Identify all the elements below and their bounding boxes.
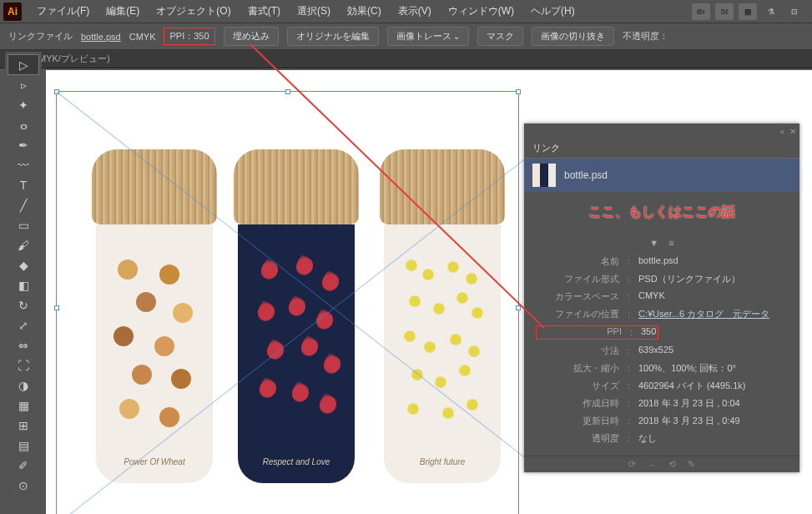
info-location-value[interactable]: C:¥User...6 カタログ 元データ <box>638 308 788 320</box>
menu-file[interactable]: ファイル(F) <box>28 1 98 22</box>
info-modified-value: 2018 年 3 月 23 日 , 0:49 <box>638 415 788 427</box>
bottle-1-label: Power Of Wheat <box>96 457 213 466</box>
links-panel: « ✕ リンク bottle.psd ここ、もしくはここの話 ▼≡ 名前：bot… <box>524 123 799 472</box>
info-location-label: ファイルの位置 <box>536 308 619 320</box>
menu-icon: ≡ <box>668 238 673 248</box>
placed-image-bottle-1: Power Of Wheat <box>92 149 217 483</box>
collapse-icon[interactable]: « <box>779 127 784 136</box>
linked-file-label: リンクファイル <box>8 30 73 43</box>
placed-image-bottle-3: Bright future <box>380 149 505 483</box>
eyedropper-tool[interactable]: ✐ <box>8 456 38 475</box>
rectangle-tool[interactable]: ▭ <box>8 215 38 234</box>
info-size-label: サイズ <box>536 380 619 392</box>
info-ppi-label: PPI <box>538 326 622 339</box>
blend-tool[interactable]: ⊙ <box>8 476 38 495</box>
goto-link-icon[interactable]: → <box>648 460 657 470</box>
magic-wand-tool[interactable]: ✦ <box>8 95 38 114</box>
curvature-tool[interactable]: 〰 <box>8 155 38 174</box>
menu-help[interactable]: ヘルプ(H) <box>522 1 583 22</box>
line-tool[interactable]: ╱ <box>8 195 38 214</box>
info-scale-value: 100%、100%; 回転：0° <box>638 362 788 375</box>
menu-type[interactable]: 書式(T) <box>240 1 289 22</box>
free-transform-tool[interactable]: ⛶ <box>8 355 38 375</box>
document-tab[interactable]: MYK/プレビュー) <box>38 53 110 65</box>
info-name-label: 名前 <box>536 255 619 268</box>
info-modified-label: 更新日時 <box>536 415 619 427</box>
info-format-label: ファイル形式 <box>536 273 619 285</box>
panel-footer: ⟳ → ⟲ ✎ <box>524 456 799 472</box>
menu-window[interactable]: ウィンドウ(W) <box>440 1 522 22</box>
type-tool[interactable]: T <box>8 175 38 194</box>
info-transparency-label: 透明度 <box>536 432 619 445</box>
bottle-2-label: Respect and Love <box>238 457 355 466</box>
menubar-right: Br St ▦ ⚗ ⊡ <box>692 3 812 20</box>
info-name-value: bottle.psd <box>638 255 788 268</box>
lasso-tool[interactable]: ⴰ <box>8 115 38 134</box>
menu-object[interactable]: オブジェクト(O) <box>148 1 239 22</box>
opacity-label: 不透明度： <box>623 30 668 43</box>
close-icon[interactable]: ✕ <box>789 127 796 136</box>
menu-effect[interactable]: 効果(C) <box>339 1 390 22</box>
info-ppi-highlight: PPI：350 <box>536 325 658 340</box>
document-tab-bar: MYK/プレビュー) <box>0 50 812 68</box>
arrange-icon[interactable]: ▦ <box>739 3 757 20</box>
mask-button[interactable]: マスク <box>477 27 523 46</box>
links-tab[interactable]: リンク <box>524 139 799 159</box>
menu-view[interactable]: 表示(V) <box>390 1 440 22</box>
stock-icon[interactable]: St <box>715 3 734 20</box>
info-created-label: 作成日時 <box>536 397 619 410</box>
info-colorspace-label: カラースペース <box>536 290 619 303</box>
annotation-text: ここ、もしくはここの話 <box>524 192 799 233</box>
bridge-icon[interactable]: Br <box>692 3 710 20</box>
update-link-icon[interactable]: ⟲ <box>668 459 676 470</box>
shape-builder-tool[interactable]: ◑ <box>8 375 38 395</box>
search-icon[interactable]: ⊡ <box>785 3 804 20</box>
colormode-label: CMYK <box>129 32 156 42</box>
relink-icon[interactable]: ⟳ <box>628 459 636 470</box>
info-disclosure[interactable]: ▼≡ <box>536 236 788 253</box>
eraser-tool[interactable]: ◧ <box>8 275 38 295</box>
ppi-readout: PPI：350 <box>164 28 214 45</box>
crop-button[interactable]: 画像の切り抜き <box>532 27 614 46</box>
mesh-tool[interactable]: ⊞ <box>8 416 38 435</box>
options-bar: リンクファイル bottle.psd CMYK PPI：350 埋め込み オリジ… <box>0 23 812 50</box>
pen-tool[interactable]: ✒ <box>8 135 38 154</box>
info-dimensions-value: 639x525 <box>638 345 788 357</box>
link-thumbnail <box>532 164 556 187</box>
artboard: Power Of Wheat Respect and Love <box>63 99 513 514</box>
shaper-tool[interactable]: ◆ <box>8 255 38 275</box>
info-scale-label: 拡大・縮小 <box>536 362 619 375</box>
info-ppi-value: 350 <box>641 326 656 339</box>
direct-selection-tool[interactable]: ▹ <box>8 75 38 94</box>
rotate-tool[interactable]: ↻ <box>8 295 38 315</box>
placed-image-bottle-2: Respect and Love <box>234 149 359 483</box>
scale-tool[interactable]: ⤢ <box>8 315 38 335</box>
filename-link[interactable]: bottle.psd <box>81 32 121 42</box>
info-transparency-value: なし <box>638 432 788 445</box>
embed-button[interactable]: 埋め込み <box>224 27 279 46</box>
panel-header: « ✕ <box>524 123 799 139</box>
link-item[interactable]: bottle.psd <box>524 159 799 192</box>
info-created-value: 2018 年 3 月 23 日 , 0:04 <box>638 397 788 410</box>
selection-tool[interactable]: ▷ <box>8 55 38 74</box>
gpu-icon[interactable]: ⚗ <box>762 3 780 20</box>
info-colorspace-value: CMYK <box>638 290 788 303</box>
menubar: Ai ファイル(F) 編集(E) オブジェクト(O) 書式(T) 選択(S) 効… <box>0 0 812 23</box>
tools-panel: ▷ ▹ ✦ ⴰ ✒ 〰 T ╱ ▭ 🖌 ◆ ◧ ↻ ⤢ ⇔ ⛶ ◑ ▦ ⊞ ▤ … <box>5 52 42 498</box>
info-format-value: PSD（リンクファイル） <box>638 273 788 285</box>
menu-edit[interactable]: 編集(E) <box>98 1 148 22</box>
info-size-value: 4602964 バイト (4495.1k) <box>638 380 788 392</box>
info-dimensions-label: 寸法 <box>536 345 619 357</box>
image-trace-button[interactable]: 画像トレース <box>387 27 470 46</box>
width-tool[interactable]: ⇔ <box>8 335 38 355</box>
link-info: ▼≡ 名前：bottle.psd ファイル形式：PSD（リンクファイル） カラー… <box>524 233 799 456</box>
bottle-3-label: Bright future <box>384 457 501 466</box>
paintbrush-tool[interactable]: 🖌 <box>8 235 38 254</box>
edit-original-button[interactable]: オリジナルを編集 <box>287 27 379 46</box>
link-item-name: bottle.psd <box>564 169 608 181</box>
edit-original-icon[interactable]: ✎ <box>688 459 695 470</box>
app-logo-icon: Ai <box>3 3 22 21</box>
perspective-tool[interactable]: ▦ <box>8 396 38 415</box>
gradient-tool[interactable]: ▤ <box>8 436 38 455</box>
menu-select[interactable]: 選択(S) <box>289 1 339 22</box>
